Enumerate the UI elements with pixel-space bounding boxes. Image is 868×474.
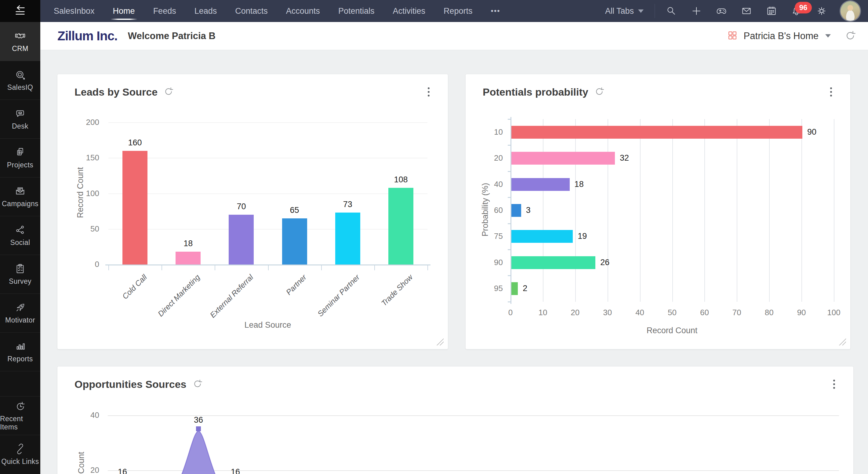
bar[interactable] xyxy=(512,152,615,165)
mail-icon[interactable] xyxy=(741,5,752,17)
y-axis-tick xyxy=(508,223,510,224)
bar-value-label: 18 xyxy=(575,180,602,189)
bar[interactable] xyxy=(512,178,570,191)
bar[interactable] xyxy=(512,256,595,269)
tab-reports[interactable]: Reports xyxy=(444,0,473,22)
calendar-icon[interactable] xyxy=(766,5,777,17)
x-tick-label: 20 xyxy=(566,308,584,317)
y-axis-tick xyxy=(508,197,510,198)
y-axis-tick xyxy=(508,249,510,250)
tab-potentials[interactable]: Potentials xyxy=(338,0,375,22)
sidebar-item-quick-links[interactable]: Quick Links xyxy=(0,435,40,474)
x-tick-label: 10 xyxy=(534,308,552,317)
sidebar-item-social[interactable]: Social xyxy=(0,216,40,255)
x-tick-label: 90 xyxy=(792,308,811,317)
bar[interactable] xyxy=(229,215,254,265)
bar[interactable] xyxy=(176,251,200,265)
category-label: Direct Marketing xyxy=(156,273,202,318)
tab-contacts[interactable]: Contacts xyxy=(235,0,268,22)
search-icon[interactable] xyxy=(666,5,677,17)
desk-icon xyxy=(14,108,26,119)
potentials-probability-chart: 0102030405060708090100109020324018603751… xyxy=(466,74,850,349)
x-axis-tick xyxy=(321,265,322,270)
bar-value-label: 3 xyxy=(526,206,554,215)
resize-handle[interactable] xyxy=(839,338,846,346)
bar-value-label: 160 xyxy=(117,138,153,148)
tab-accounts[interactable]: Accounts xyxy=(286,0,320,22)
point-value-label: 16 xyxy=(104,467,141,474)
more-tabs-icon[interactable]: ••• xyxy=(491,7,500,15)
y-axis-tick xyxy=(508,171,510,172)
refresh-dashboard-icon[interactable] xyxy=(845,30,856,42)
category-label: Partner xyxy=(284,273,308,297)
x-tick-label: 30 xyxy=(598,308,617,317)
sidebar-item-reports[interactable]: Reports xyxy=(0,332,40,371)
plus-icon[interactable] xyxy=(691,5,702,17)
nav-separator xyxy=(655,4,655,18)
tab-salesinbox[interactable]: SalesInbox xyxy=(54,0,95,22)
y-axis-tick xyxy=(508,301,510,302)
category-label: 10 xyxy=(469,127,503,137)
sidebar-item-label: Quick Links xyxy=(1,457,39,466)
bar-value-label: 26 xyxy=(600,258,628,267)
y-axis-title: Probability (%) xyxy=(480,164,490,256)
dashboard-name: Patricia B's Home xyxy=(744,31,818,41)
sidebar-item-survey[interactable]: Survey xyxy=(0,255,40,294)
crm-icon xyxy=(14,30,26,42)
bar-value-label: 32 xyxy=(620,153,647,163)
x-tick-label: 60 xyxy=(695,308,714,317)
bar[interactable] xyxy=(335,213,360,265)
tab-home[interactable]: Home xyxy=(113,0,135,22)
tab-leads[interactable]: Leads xyxy=(194,0,217,22)
opportunities-sources-chart: 4020Record Count163616 xyxy=(57,366,854,474)
category-label: Trade Show xyxy=(379,273,414,308)
bar[interactable] xyxy=(512,204,521,217)
bell-icon[interactable]: 96 xyxy=(791,5,802,17)
category-label: 90 xyxy=(469,258,503,267)
avatar[interactable] xyxy=(840,1,860,21)
sidebar-item-label: Motivator xyxy=(5,316,35,324)
bar-value-label: 90 xyxy=(807,127,835,137)
dashboard: 050100150200160Cold Call18Direct Marketi… xyxy=(40,50,868,474)
y-tick-label: 200 xyxy=(66,118,99,127)
dashboard-grid-icon[interactable] xyxy=(727,30,738,42)
sidebar-item-motivator[interactable]: Motivator xyxy=(0,294,40,332)
bar-value-label: 108 xyxy=(382,175,419,184)
tab-activities[interactable]: Activities xyxy=(393,0,425,22)
bar[interactable] xyxy=(122,151,148,265)
sidebar-item-desk[interactable]: Desk xyxy=(0,99,40,138)
sidebar-item-campaigns[interactable]: Campaigns xyxy=(0,177,40,216)
sidebar-collapse-button[interactable] xyxy=(0,0,40,22)
y-tick-label: 0 xyxy=(66,260,99,269)
tab-feeds[interactable]: Feeds xyxy=(153,0,176,22)
bar[interactable] xyxy=(512,126,802,139)
sidebar-item-label: Desk xyxy=(12,122,28,130)
resize-handle[interactable] xyxy=(436,338,444,346)
sidebar-item-label: Campaigns xyxy=(2,200,38,208)
dashboard-selector[interactable]: Patricia B's Home xyxy=(744,31,831,41)
bar-value-label: 18 xyxy=(170,239,207,248)
sidebar-item-projects[interactable]: Projects xyxy=(0,138,40,177)
sidebar-item-recent-items[interactable]: Recent Items xyxy=(0,396,40,435)
bar[interactable] xyxy=(512,230,573,243)
page-header: Zillum Inc. Welcome Patricia B Patricia … xyxy=(40,22,868,50)
y-axis-tick xyxy=(508,119,510,120)
settings-icon[interactable] xyxy=(816,5,827,17)
reports-icon xyxy=(14,340,26,352)
nav-icon-group: 96 xyxy=(666,5,827,17)
all-tabs-dropdown[interactable]: All Tabs xyxy=(605,6,644,16)
bar-value-label: 2 xyxy=(523,284,550,293)
sidebar-item-salesiq[interactable]: SalesIQ xyxy=(0,61,40,99)
bar[interactable] xyxy=(512,282,518,295)
bar[interactable] xyxy=(282,218,307,265)
gridline xyxy=(672,119,673,302)
category-label: Seminar Partner xyxy=(316,273,361,318)
x-axis-tick xyxy=(374,265,375,270)
sidebar-item-crm[interactable]: CRM xyxy=(0,22,40,61)
chevron-down-icon xyxy=(638,9,644,13)
sidebar-item-label: Survey xyxy=(9,277,31,286)
games-icon[interactable] xyxy=(716,5,727,17)
x-axis-tick xyxy=(108,265,109,270)
point-marker[interactable] xyxy=(196,426,201,431)
bar[interactable] xyxy=(389,188,413,265)
